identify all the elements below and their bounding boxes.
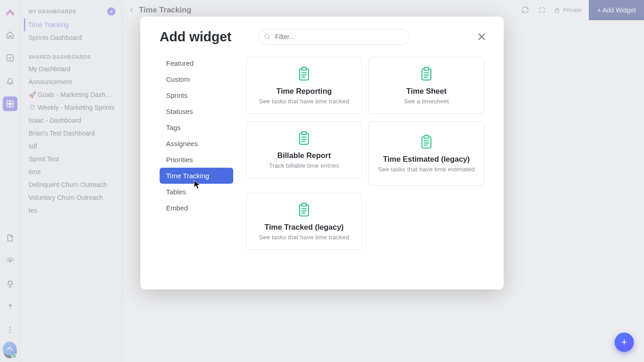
widget-card-desc: See tasks that have time estimated [378,165,475,174]
widget-card-desc: Track billable time entries [269,162,339,170]
clipboard-icon [297,67,311,82]
widget-card-title: Billable Report [277,151,331,160]
floating-add-button[interactable]: + [615,333,634,352]
widget-card[interactable]: Time Estimated (legacy)See tasks that ha… [368,121,484,186]
widget-category-item[interactable]: Custom [160,71,233,87]
clipboard-icon [420,135,433,150]
widget-card-desc: See tasks that have time tracked [259,233,349,242]
clipboard-icon [297,131,311,147]
widget-card-title: Time Reporting [276,87,332,96]
svg-rect-13 [302,68,306,70]
close-modal-button[interactable] [473,28,490,45]
widget-category-item[interactable]: Assignees [160,136,233,152]
widget-filter-input[interactable] [258,29,410,45]
widget-category-item[interactable]: Tables [160,184,233,200]
clipboard-icon [420,67,433,82]
svg-rect-21 [302,204,306,206]
widget-card[interactable]: Billable ReportTrack billable time entri… [246,121,362,178]
widget-card-title: Time Estimated (legacy) [383,155,470,164]
search-icon [264,34,270,40]
widget-card[interactable]: Time Tracked (legacy)See tasks that have… [246,193,362,250]
widget-card-title: Time Sheet [406,87,447,96]
widget-grid: Time ReportingSee tasks that have time t… [246,55,490,280]
svg-point-11 [265,34,269,39]
modal-title: Add widget [160,29,256,45]
widget-card-desc: See tasks that have time tracked [259,97,349,106]
svg-rect-15 [424,68,429,70]
widget-card[interactable]: Time ReportingSee tasks that have time t… [246,57,362,114]
widget-category-item[interactable]: Tags [160,119,233,136]
widget-category-item[interactable]: Statuses [160,103,233,119]
widget-category-item[interactable]: Embed [160,200,233,216]
widget-category-item[interactable]: Time Tracking [160,168,233,184]
svg-rect-19 [424,136,429,138]
widget-category-item[interactable]: Sprints [160,87,233,103]
clipboard-icon [297,203,311,218]
svg-rect-17 [302,132,306,135]
widget-category-item[interactable]: Featured [160,55,233,71]
widget-card-desc: See a timesheet [404,97,449,106]
widget-card-title: Time Tracked (legacy) [264,223,344,232]
widget-category-item[interactable]: Priorities [160,152,233,168]
add-widget-modal: Add widget FeaturedCustomSprintsStatuses… [140,17,504,289]
widget-card[interactable]: Time SheetSee a timesheet [368,57,484,114]
widget-category-list: FeaturedCustomSprintsStatusesTagsAssigne… [160,55,233,280]
